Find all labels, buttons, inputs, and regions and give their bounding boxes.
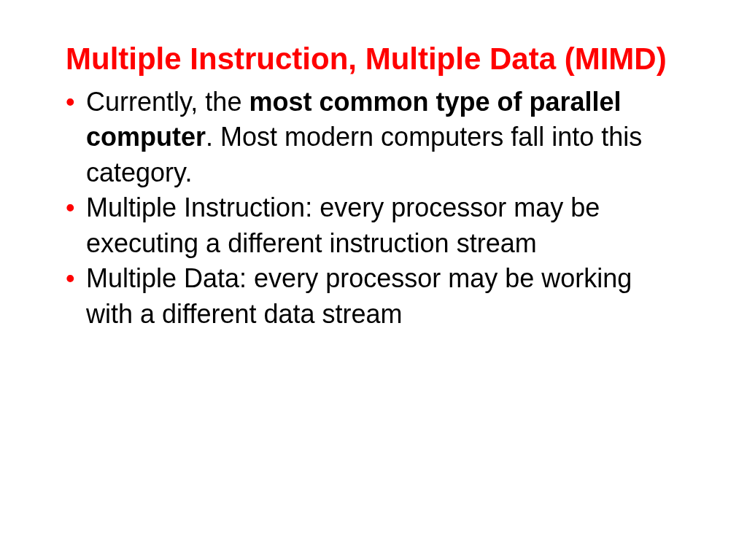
bullet-list: Currently, the most common type of paral… — [66, 85, 681, 332]
bullet-text: Multiple Data: every processor may be wo… — [86, 263, 632, 329]
list-item: Currently, the most common type of paral… — [66, 85, 681, 191]
slide-title: Multiple Instruction, Multiple Data (MIM… — [66, 40, 681, 79]
list-item: Multiple Instruction: every processor ma… — [66, 190, 681, 261]
list-item: Multiple Data: every processor may be wo… — [66, 261, 681, 332]
bullet-text: Multiple Instruction: every processor ma… — [86, 192, 600, 258]
bullet-text-pre: Currently, the — [86, 87, 249, 117]
